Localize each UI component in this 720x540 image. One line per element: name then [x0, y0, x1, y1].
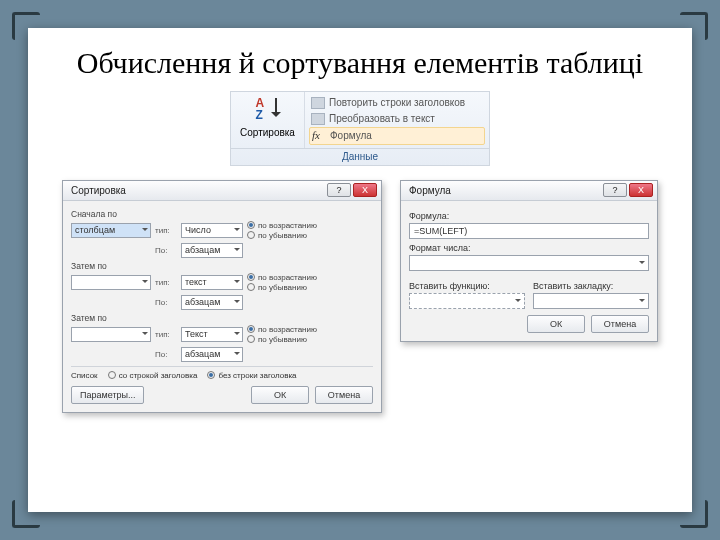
- insert-function-combo[interactable]: [409, 293, 525, 309]
- cancel-button[interactable]: Отмена: [591, 315, 649, 333]
- insert-bookmark-combo[interactable]: [533, 293, 649, 309]
- without-header-radio[interactable]: без строки заголовка: [207, 371, 296, 380]
- fx-icon: fx: [312, 130, 326, 142]
- type-label: тип:: [155, 226, 177, 235]
- formula-button[interactable]: fx Формула: [309, 127, 485, 145]
- formula-dialog: Формула ? X Формула: =SUM(LEFT) Формат ч…: [400, 180, 658, 342]
- sort-then2-label: Затем по: [71, 313, 373, 323]
- number-format-combo[interactable]: [409, 255, 649, 271]
- help-button[interactable]: ?: [603, 183, 627, 197]
- ok-button[interactable]: ОК: [251, 386, 309, 404]
- desc-radio-1[interactable]: по убыванию: [247, 231, 317, 240]
- repeat-header-rows-button[interactable]: Повторить строки заголовков: [309, 95, 485, 111]
- ribbon-data-group: AZ Сортировка Повторить строки заголовко…: [230, 91, 490, 166]
- repeat-rows-label: Повторить строки заголовков: [329, 97, 465, 108]
- number-format-label: Формат числа:: [409, 243, 649, 253]
- asc-radio-2[interactable]: по возрастанию: [247, 273, 317, 282]
- insert-bookmark-label: Вставить закладку:: [533, 281, 649, 291]
- with-header-radio[interactable]: со строкой заголовка: [108, 371, 198, 380]
- asc-radio-3[interactable]: по возрастанию: [247, 325, 317, 334]
- close-button[interactable]: X: [353, 183, 377, 197]
- ok-button[interactable]: ОК: [527, 315, 585, 333]
- sort-type-2-combo[interactable]: текст: [181, 275, 243, 290]
- sort-then1-label: Затем по: [71, 261, 373, 271]
- slide-title: Обчислення й сортування елементів таблиц…: [50, 46, 670, 81]
- convert-text-label: Преобразовать в текст: [329, 113, 435, 124]
- sort-dialog: Сортировка ? X Сначала по столбцам тип: …: [62, 180, 382, 413]
- sort-type-1-combo[interactable]: Число: [181, 223, 243, 238]
- desc-radio-2[interactable]: по убыванию: [247, 283, 317, 292]
- close-button[interactable]: X: [629, 183, 653, 197]
- sort-by-3-combo[interactable]: абзацам: [181, 347, 243, 362]
- sort-field-2-combo[interactable]: [71, 275, 151, 290]
- dialog-title: Сортировка: [71, 185, 126, 196]
- divider: [71, 366, 373, 367]
- dialog-title: Формула: [409, 185, 451, 196]
- sort-by-1-combo[interactable]: абзацам: [181, 243, 243, 258]
- sort-az-icon: AZ: [253, 98, 283, 124]
- sort-first-label: Сначала по: [71, 209, 373, 219]
- sort-button[interactable]: AZ Сортировка: [231, 92, 305, 148]
- help-button[interactable]: ?: [327, 183, 351, 197]
- params-button[interactable]: Параметры...: [71, 386, 144, 404]
- sort-type-3-combo[interactable]: Текст: [181, 327, 243, 342]
- cancel-button[interactable]: Отмена: [315, 386, 373, 404]
- insert-function-label: Вставить функцию:: [409, 281, 525, 291]
- convert-text-icon: [311, 113, 325, 125]
- convert-to-text-button[interactable]: Преобразовать в текст: [309, 111, 485, 127]
- ribbon-group-caption: Данные: [231, 148, 489, 165]
- by-label: По:: [155, 246, 177, 255]
- sort-field-1-combo[interactable]: столбцам: [71, 223, 151, 238]
- sort-field-3-combo[interactable]: [71, 327, 151, 342]
- formula-field-label: Формула:: [409, 211, 649, 221]
- sort-by-2-combo[interactable]: абзацам: [181, 295, 243, 310]
- asc-radio-1[interactable]: по возрастанию: [247, 221, 317, 230]
- headers-label: Список: [71, 371, 98, 380]
- desc-radio-3[interactable]: по убыванию: [247, 335, 317, 344]
- formula-label: Формула: [330, 130, 372, 141]
- sort-label: Сортировка: [233, 127, 302, 138]
- slide: Обчислення й сортування елементів таблиц…: [28, 28, 692, 512]
- formula-input[interactable]: =SUM(LEFT): [409, 223, 649, 239]
- repeat-rows-icon: [311, 97, 325, 109]
